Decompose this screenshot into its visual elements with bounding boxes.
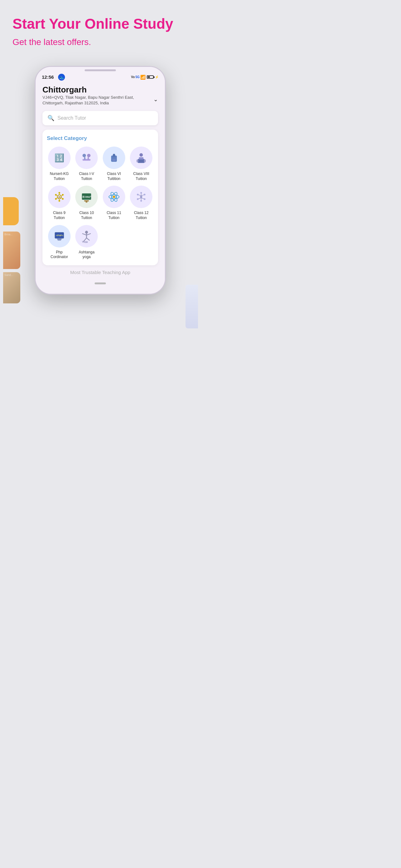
svg-line-58: [87, 234, 91, 235]
location-address-row[interactable]: VJ46+QVQ, Tilak Nagar, Bapu Nagar Senthr…: [42, 95, 158, 106]
svg-point-39: [144, 194, 146, 195]
battery-icon: [147, 75, 154, 79]
class1-5-icon-circle: [75, 147, 98, 169]
location-address: VJ46+QVQ, Tilak Nagar, Bapu Nagar Senthr…: [42, 95, 152, 106]
svg-line-46: [138, 198, 141, 199]
svg-point-37: [140, 196, 142, 198]
location-section: Chittorgarh VJ46+QVQ, Tilak Nagar, Bapu …: [42, 85, 158, 106]
svg-point-2: [87, 154, 91, 157]
left-decoration: Broa... Sand...: [3, 197, 20, 303]
svg-point-42: [140, 192, 142, 194]
vo-label: Vo: [131, 75, 135, 79]
svg-text:E=mc²: E=mc²: [82, 195, 91, 198]
category-item-yoga[interactable]: Yoga Ashtangayoga: [74, 225, 99, 260]
category-item-class1-5[interactable]: Class I-VTuition: [74, 147, 99, 181]
svg-text:🔢: 🔢: [54, 153, 64, 163]
location-chevron-icon[interactable]: ⌄: [153, 96, 158, 103]
svg-line-25: [57, 198, 58, 198]
class6-label: Class VITuitition: [107, 172, 121, 181]
svg-rect-31: [86, 202, 88, 203]
svg-line-60: [87, 238, 89, 240]
svg-rect-52: [57, 239, 62, 240]
category-item-class6[interactable]: Class VITuitition: [101, 147, 127, 181]
class1-5-label: Class I-VTuition: [79, 172, 94, 181]
svg-point-38: [137, 194, 139, 195]
hero-subtitle: Get the latest offers.: [12, 37, 188, 47]
phone-notch: [36, 67, 165, 71]
nursery-label: Nursert-KGTuition: [49, 172, 69, 181]
svg-rect-5: [88, 157, 89, 159]
category-card: Select Category 🔢 Nursert-KGTuition: [42, 130, 158, 265]
svg-rect-8: [112, 159, 115, 160]
category-item-class9[interactable]: H Class 9Tuition: [47, 186, 72, 220]
svg-line-47: [141, 198, 144, 199]
svg-point-40: [137, 198, 139, 200]
class8-label: Class VIIITuition: [133, 172, 149, 181]
phone-mockup: 12:56 👟 Vo 5G 📶 ⚡ Chittorgarh: [35, 66, 166, 294]
search-icon: 🔍: [47, 115, 54, 122]
svg-line-24: [61, 195, 62, 196]
category-item-nursery[interactable]: 🔢 Nursert-KGTuition: [47, 147, 72, 181]
svg-rect-4: [84, 157, 86, 159]
location-city: Chittorgarh: [42, 85, 158, 95]
lightning-icon: ⚡: [155, 75, 159, 79]
class11-label: Class 11Tuition: [106, 211, 121, 220]
svg-line-23: [57, 195, 58, 196]
nursery-icon-circle: 🔢: [48, 147, 71, 169]
class9-icon-circle: H: [48, 186, 71, 208]
hero-title: Start Your Online Study: [12, 16, 188, 32]
status-bar: 12:56 👟 Vo 5G 📶 ⚡: [36, 71, 165, 82]
svg-rect-7: [113, 154, 115, 157]
yoga-icon-circle: Yoga: [75, 225, 98, 247]
svg-point-43: [140, 200, 142, 202]
svg-rect-3: [82, 159, 91, 161]
svg-point-10: [140, 153, 143, 157]
svg-line-26: [61, 198, 62, 198]
svg-rect-53: [58, 240, 61, 241]
search-bar[interactable]: 🔍 Search Tutor: [42, 111, 158, 125]
svg-line-45: [141, 195, 144, 196]
php-label: PhpCordinator: [51, 250, 68, 260]
phone-wrapper: Broa... Sand... 12:56 👟 Vo: [0, 66, 201, 294]
svg-rect-13: [137, 160, 139, 162]
class10-label: Class 10Tuition: [79, 211, 94, 220]
svg-text:<PHP>: <PHP>: [56, 234, 63, 237]
svg-point-41: [144, 198, 146, 200]
page-wrapper: Start Your Online Study Get the latest o…: [0, 0, 201, 434]
svg-point-33: [113, 196, 115, 198]
category-title: Select Category: [47, 135, 154, 142]
svg-rect-14: [144, 160, 146, 162]
class6-icon-circle: [103, 147, 125, 169]
svg-point-17: [58, 200, 60, 202]
right-decoration: [186, 285, 198, 329]
svg-line-57: [82, 234, 87, 235]
yoga-label: Ashtangayoga: [79, 250, 95, 260]
5g-label: 5G: [136, 75, 140, 79]
svg-rect-11: [138, 159, 144, 163]
category-item-class11[interactable]: Class 11Tuition: [101, 186, 127, 220]
class12-label: Class 12Tuition: [134, 211, 149, 220]
most-trustable-text: Most Trustable Teaching App: [42, 270, 158, 275]
svg-rect-9: [112, 160, 115, 161]
category-item-php[interactable]: <PHP> PhpCordinator: [47, 225, 72, 260]
class9-label: Class 9Tuition: [53, 211, 66, 220]
class10-icon-circle: E=mc²: [75, 186, 98, 208]
class11-icon-circle: [103, 186, 125, 208]
svg-rect-12: [139, 157, 144, 159]
phone-content: Chittorgarh VJ46+QVQ, Tilak Nagar, Bapu …: [36, 82, 165, 294]
bottom-nav-dot: [42, 280, 158, 287]
category-item-class10[interactable]: E=mc² Class 10Tuition: [74, 186, 99, 220]
svg-rect-30: [84, 200, 89, 202]
category-item-class8[interactable]: Class VIIITuition: [129, 147, 154, 181]
class8-icon-circle: [130, 147, 153, 169]
svg-text:H: H: [58, 196, 60, 199]
home-indicator: [95, 282, 106, 284]
svg-point-16: [58, 192, 60, 194]
notch-pill: [85, 69, 116, 71]
class12-icon-circle: [130, 186, 153, 208]
category-grid: 🔢 Nursert-KGTuition: [47, 147, 154, 260]
svg-point-1: [82, 154, 86, 157]
category-item-class12[interactable]: Class 12Tuition: [129, 186, 154, 220]
hero-section: Start Your Online Study Get the latest o…: [0, 0, 201, 66]
svg-text:Yoga: Yoga: [82, 241, 88, 243]
